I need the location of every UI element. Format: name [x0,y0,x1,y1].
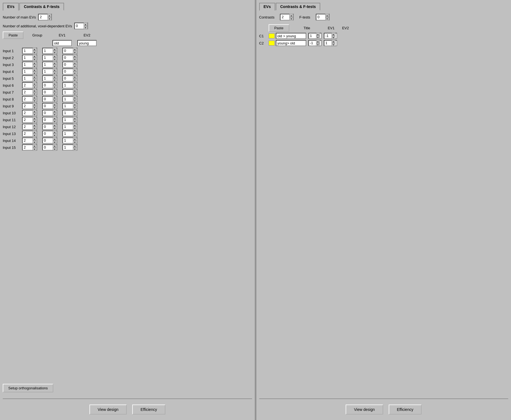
right-tab-evs[interactable]: EVs [259,3,275,10]
ev1-up-0[interactable]: ▲ [53,47,57,51]
right-view-design-button[interactable]: View design [346,405,383,414]
ev1-up-2[interactable]: ▲ [53,61,57,65]
group-spinner-7[interactable]: 2 ▲ ▼ [22,96,37,102]
ev1-spinner-4[interactable]: 1 ▲ ▼ [42,75,57,81]
ev1-down-11[interactable]: ▼ [53,127,57,130]
ev2-up-12[interactable]: ▲ [73,130,77,134]
ev1-spinner-2[interactable]: 1 ▲ ▼ [42,62,57,68]
group-up-3[interactable]: ▲ [33,68,36,72]
ev1-spinner-9[interactable]: 0 ▲ ▼ [42,110,57,116]
ev1-up-7[interactable]: ▲ [53,96,57,99]
group-up-14[interactable]: ▲ [33,144,36,147]
ev1-spinner-10[interactable]: 0 ▲ ▼ [42,117,57,123]
ev1-down-5[interactable]: ▼ [53,85,57,89]
ev2-spinner-3[interactable]: 0 ▲ ▼ [62,68,78,75]
group-spinner-11[interactable]: 2 ▲ ▼ [22,124,37,130]
ftests-up[interactable]: ▲ [325,14,329,17]
c1-ev2-spinner-0[interactable]: -1 ▲ ▼ [324,33,337,39]
ev1-down-4[interactable]: ▼ [53,78,57,82]
ev1-spinner-12[interactable]: 0 ▲ ▼ [42,131,57,137]
group-spinner-12[interactable]: 2 ▲ ▼ [22,131,37,137]
left-tab-evs[interactable]: EVs [3,3,19,10]
ev1-up-11[interactable]: ▲ [53,123,57,127]
group-up-8[interactable]: ▲ [33,103,36,106]
ev2-spinner-8[interactable]: 1 ▲ ▼ [62,103,78,109]
ev2-up-8[interactable]: ▲ [73,103,77,106]
ev1-down-8[interactable]: ▼ [53,106,57,109]
group-spinner-13[interactable]: 2 ▲ ▼ [22,138,37,144]
c1-ev1-spinner-0[interactable]: 1 ▲ ▼ [308,33,322,39]
ev1-down-14[interactable]: ▼ [53,147,57,151]
ev2-down-13[interactable]: ▼ [73,141,77,144]
ftests-spinner[interactable]: 0 ▲ ▼ [316,14,330,20]
ev2-down-2[interactable]: ▼ [73,65,77,68]
left-efficiency-button[interactable]: Efficiency [132,405,165,414]
ev1-spinner-5[interactable]: 0 ▲ ▼ [42,82,57,88]
group-spinner-9[interactable]: 2 ▲ ▼ [22,110,37,116]
ev2-up-14[interactable]: ▲ [73,144,77,147]
ev1-spinner-3[interactable]: 1 ▲ ▼ [42,68,57,75]
c-ev2-down-0[interactable]: ▼ [332,36,335,39]
ev2-spinner-6[interactable]: 1 ▲ ▼ [62,89,78,95]
ev1-spinner-11[interactable]: 0 ▲ ▼ [42,124,57,130]
ev1-spinner-14[interactable]: 0 ▲ ▼ [42,144,57,150]
ev2-down-0[interactable]: ▼ [73,51,77,54]
group-spinner-2[interactable]: 1 ▲ ▼ [22,62,37,68]
group-down-1[interactable]: ▼ [33,58,36,61]
group-up-10[interactable]: ▲ [33,117,36,120]
contrast-color-1[interactable] [269,41,275,46]
ev1-spinner-7[interactable]: 0 ▲ ▼ [42,96,57,102]
group-up-2[interactable]: ▲ [33,61,36,65]
group-spinner-1[interactable]: 1 ▲ ▼ [22,55,37,61]
ev2-down-4[interactable]: ▼ [73,78,77,82]
c-ev2-up-0[interactable]: ▲ [332,33,335,36]
c-ev1-down-1[interactable]: ▼ [316,43,320,46]
ev1-down-13[interactable]: ▼ [53,141,57,144]
ev2-down-8[interactable]: ▼ [73,106,77,109]
group-down-2[interactable]: ▼ [33,65,36,68]
group-spinner-3[interactable]: 1 ▲ ▼ [22,68,37,75]
ev2-up-6[interactable]: ▲ [73,89,77,92]
group-up-11[interactable]: ▲ [33,123,36,127]
ev1-up-4[interactable]: ▲ [53,75,57,78]
group-up-5[interactable]: ▲ [33,82,36,85]
ev2-up-10[interactable]: ▲ [73,117,77,120]
group-spinner-8[interactable]: 2 ▲ ▼ [22,103,37,109]
c-ev1-up-1[interactable]: ▲ [316,40,320,43]
left-view-design-button[interactable]: View design [89,405,127,414]
ev2-spinner-9[interactable]: 1 ▲ ▼ [62,110,78,116]
ev1-up-9[interactable]: ▲ [53,110,57,113]
group-up-1[interactable]: ▲ [33,54,36,58]
group-up-9[interactable]: ▲ [33,110,36,113]
ev2-spinner-2[interactable]: 0 ▲ ▼ [62,62,78,68]
ev2-down-14[interactable]: ▼ [73,147,77,151]
group-down-6[interactable]: ▼ [33,92,36,96]
ev2-down-3[interactable]: ▼ [73,72,77,75]
c1-ev2-spinner-1[interactable]: 1 ▲ ▼ [324,40,337,46]
c-ev1-up-0[interactable]: ▲ [316,33,320,36]
group-spinner-6[interactable]: 2 ▲ ▼ [22,89,37,95]
ev2-down-9[interactable]: ▼ [73,113,77,116]
ev2-up-11[interactable]: ▲ [73,123,77,127]
main-evs-spinner[interactable]: 2 ▲ ▼ [38,14,52,20]
ev2-spinner-7[interactable]: 1 ▲ ▼ [62,96,78,102]
ev2-spinner-13[interactable]: 1 ▲ ▼ [62,138,78,144]
ev2-down-7[interactable]: ▼ [73,99,77,102]
group-spinner-0[interactable]: 1 ▲ ▼ [22,48,37,54]
ev1-up-5[interactable]: ▲ [53,82,57,85]
ev2-spinner-14[interactable]: 1 ▲ ▼ [62,144,78,150]
ev1-down-6[interactable]: ▼ [53,92,57,96]
c-ev2-down-1[interactable]: ▼ [332,43,335,46]
ev1-spinner-13[interactable]: 0 ▲ ▼ [42,138,57,144]
group-spinner-10[interactable]: 2 ▲ ▼ [22,117,37,123]
group-spinner-4[interactable]: 1 ▲ ▼ [22,75,37,81]
ev2-spinner-0[interactable]: 0 ▲ ▼ [62,48,78,54]
ev2-down-6[interactable]: ▼ [73,92,77,96]
ev2-up-5[interactable]: ▲ [73,82,77,85]
group-spinner-5[interactable]: 2 ▲ ▼ [22,82,37,88]
ev1-down-9[interactable]: ▼ [53,113,57,116]
main-evs-down[interactable]: ▼ [47,17,51,20]
left-tab-contrasts[interactable]: Contrasts & F-tests [19,3,64,10]
ev2-down-1[interactable]: ▼ [73,58,77,61]
ev2-up-0[interactable]: ▲ [73,47,77,51]
